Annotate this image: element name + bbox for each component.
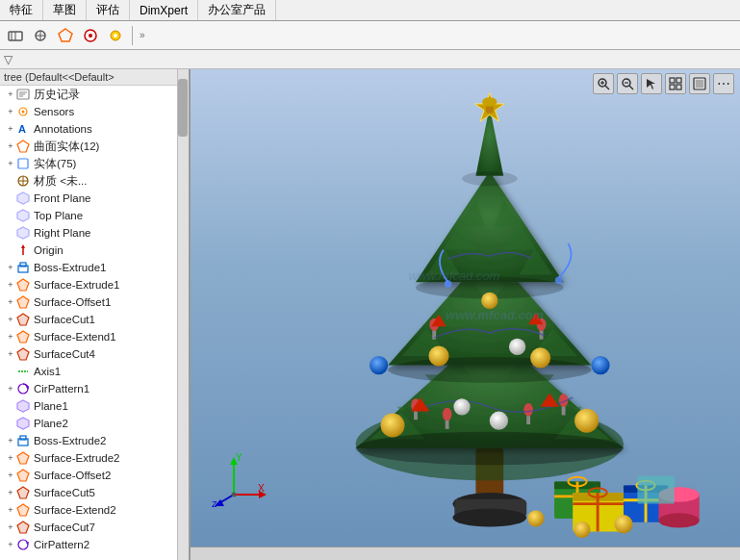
surface-offset1-icon: [15, 294, 31, 310]
svg-point-84: [482, 97, 497, 107]
svg-text:A: A: [18, 123, 26, 135]
tree-label-front-plane: Front Plane: [34, 192, 90, 204]
toolbar-btn-5[interactable]: [104, 24, 127, 47]
tree-item-material[interactable]: 材质 <未...: [0, 172, 189, 190]
surface-extend1-icon: [15, 329, 31, 344]
surfacecut7-icon: [15, 520, 31, 535]
tree-item-axis1[interactable]: Axis1: [0, 363, 189, 380]
tree-item-surface-offset1[interactable]: + Surface-Offset1: [0, 293, 189, 311]
tree-item-surface-offset2[interactable]: + Surface-Offset2: [0, 467, 189, 484]
toolbar: »: [0, 21, 740, 50]
svg-point-145: [232, 493, 237, 497]
tree-item-annotations[interactable]: + A Annotations: [0, 120, 189, 138]
tree-item-plane1[interactable]: Plane1: [0, 397, 189, 415]
tab-dimxpert[interactable]: DimXpert: [130, 0, 198, 20]
tree-item-surfacecut1[interactable]: + SurfaceCut1: [0, 311, 189, 328]
tree-item-top-plane[interactable]: Top Plane: [0, 207, 189, 224]
tab-evaluate[interactable]: 评估: [87, 0, 130, 20]
tree-label-history: 历史记录: [34, 88, 80, 102]
tab-features[interactable]: 特征: [0, 0, 43, 20]
tree-item-boss-extrude1[interactable]: + Boss-Extrude1: [0, 259, 189, 276]
tree-label-axis1: Axis1: [34, 366, 61, 377]
tree-label-surface-extrude1: Surface-Extrude1: [34, 279, 120, 291]
tree-label-plane1: Plane1: [34, 400, 68, 412]
tree-item-history[interactable]: + 历史记录: [0, 86, 189, 103]
svg-marker-18: [17, 140, 29, 152]
tree-item-surface-extend2[interactable]: + Surface-Extend2: [0, 501, 189, 519]
svg-marker-43: [17, 470, 29, 481]
svg-marker-45: [17, 504, 29, 516]
svg-marker-25: [17, 227, 29, 239]
svg-marker-80: [475, 107, 503, 176]
christmas-tree-render: [287, 79, 729, 541]
svg-text:X: X: [258, 483, 265, 494]
tab-office[interactable]: 办公室产品: [198, 0, 276, 20]
svg-point-100: [574, 409, 599, 433]
origin-icon: [15, 242, 31, 258]
feature-tree-panel: tree (Default<<Default> + 历史记录 + Sensors…: [0, 69, 191, 560]
tree-label-annotations: Annotations: [34, 123, 92, 135]
tree-item-plane2[interactable]: Plane2: [0, 415, 189, 432]
surface-offset2-icon: [15, 468, 31, 483]
svg-rect-135: [637, 476, 674, 504]
filter-bar: ▽: [0, 50, 740, 69]
toolbar-expand[interactable]: »: [140, 30, 145, 40]
tree-label-cirpattern2: CirPattern2: [34, 539, 89, 550]
svg-marker-32: [17, 314, 29, 325]
tree-item-solids[interactable]: + 实体(75): [0, 155, 189, 172]
tree-label-material: 材质 <未...: [34, 174, 88, 189]
tab-sketch[interactable]: 草图: [43, 0, 87, 20]
tree-item-surfacecut4[interactable]: + SurfaceCut4: [0, 345, 189, 363]
tree-label-origin: Origin: [34, 244, 64, 256]
svg-point-10: [114, 34, 117, 38]
tree-item-surfacecut7[interactable]: + SurfaceCut7: [0, 519, 189, 536]
tree-label-solids: 实体(75): [34, 157, 76, 171]
tree-label-surface-offset1: Surface-Offset1: [34, 296, 111, 308]
tree-item-cirpattern2[interactable]: + CirPattern2: [0, 536, 189, 553]
svg-point-88: [443, 408, 452, 420]
tree-item-surfacecut5[interactable]: + SurfaceCut5: [0, 484, 189, 501]
svg-point-102: [530, 347, 550, 368]
toolbar-btn-2[interactable]: [29, 24, 52, 47]
svg-point-101: [428, 345, 448, 366]
tree-item-boss-extrude2[interactable]: + Boss-Extrude2: [0, 432, 189, 449]
left-scrollbar[interactable]: [177, 69, 189, 560]
sensors-icon: [15, 104, 31, 119]
tree-item-surface-extend1[interactable]: + Surface-Extend1: [0, 328, 189, 345]
cirpattern2-icon: [15, 537, 31, 552]
tree-item-cirpattern1[interactable]: + CirPattern1: [0, 380, 189, 397]
svg-marker-42: [17, 452, 29, 464]
tree-item-right-plane[interactable]: Right Plane: [0, 224, 189, 242]
tree-label-sensors: Sensors: [34, 106, 74, 117]
tree-label-surface-extrude2: Surface-Extrude2: [34, 452, 120, 464]
toolbar-btn-1[interactable]: [4, 24, 27, 47]
viewport[interactable]: ⋯: [191, 69, 740, 560]
svg-point-133: [574, 522, 590, 538]
tree-item-origin[interactable]: Origin: [0, 242, 189, 259]
tree-item-front-plane[interactable]: Front Plane: [0, 190, 189, 207]
toolbar-btn-3[interactable]: [54, 24, 77, 47]
svg-point-112: [370, 356, 388, 374]
axis-indicator: Y X Z: [210, 451, 268, 512]
svg-point-103: [481, 293, 498, 309]
svg-point-97: [445, 280, 452, 288]
scrollbar-thumb[interactable]: [178, 79, 188, 137]
tree-item-surface-extrude2[interactable]: + Surface-Extrude2: [0, 449, 189, 467]
svg-point-134: [527, 510, 544, 526]
tree-item-surface-extrude1[interactable]: + Surface-Extrude1: [0, 276, 189, 293]
surfacecut4-icon: [15, 346, 31, 362]
svg-marker-38: [17, 400, 29, 412]
svg-marker-23: [17, 192, 29, 204]
viewport-bottom-bar: [191, 547, 740, 560]
toolbar-separator: [132, 26, 133, 45]
toolbar-btn-4[interactable]: [79, 24, 102, 47]
tree-label-right-plane: Right Plane: [34, 227, 90, 239]
svg-marker-33: [17, 331, 29, 343]
svg-marker-24: [17, 210, 29, 221]
tree-item-sensors[interactable]: + Sensors: [0, 103, 189, 120]
boss-extrude2-icon: [15, 433, 31, 448]
plane1-icon: [15, 398, 31, 414]
svg-marker-39: [17, 418, 29, 429]
svg-point-131: [658, 513, 699, 527]
tree-item-surfaces[interactable]: + 曲面实体(12): [0, 138, 189, 155]
